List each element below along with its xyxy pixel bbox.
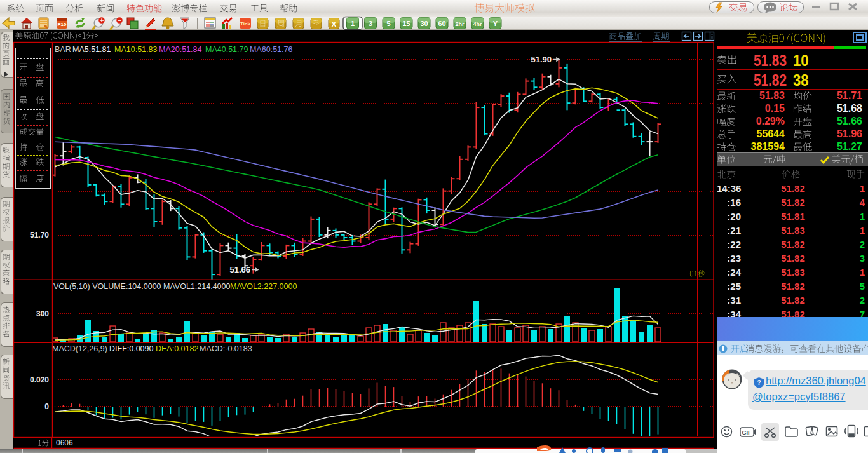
svg-text:0.020: 0.020 [30,375,49,384]
svg-text:MACD:-0.0183: MACD:-0.0183 [200,344,252,353]
svg-text:?: ? [757,379,761,386]
svg-text:MA60:51.76: MA60:51.76 [250,45,292,54]
svg-text:DIFF:0.0090: DIFF:0.0090 [109,344,154,353]
svg-text:MACD(12,26,9): MACD(12,26,9) [52,344,107,353]
svg-text:MA40:51.79: MA40:51.79 [205,45,248,54]
svg-text:MA5:51.81: MA5:51.81 [72,45,111,54]
svg-text:VOL(5,10) VOLUME:104.0000 MAVO: VOL(5,10) VOLUME:104.0000 MAVOL1:214.400… [53,282,230,291]
svg-text:51.70: 51.70 [30,231,49,240]
svg-text:0: 0 [44,402,49,411]
svg-text:MAVOL2:227.0000: MAVOL2:227.0000 [230,282,297,291]
svg-text:MA10:51.83: MA10:51.83 [114,45,157,54]
svg-text:0606: 0606 [56,438,73,447]
svg-text:BAR: BAR [55,45,71,54]
svg-text:MA20:51.84: MA20:51.84 [159,45,201,54]
svg-text:DEA:0.0182: DEA:0.0182 [156,344,198,353]
svg-text:51.90: 51.90 [531,55,552,64]
svg-text:300: 300 [36,309,49,318]
svg-text:51.66: 51.66 [229,265,250,274]
